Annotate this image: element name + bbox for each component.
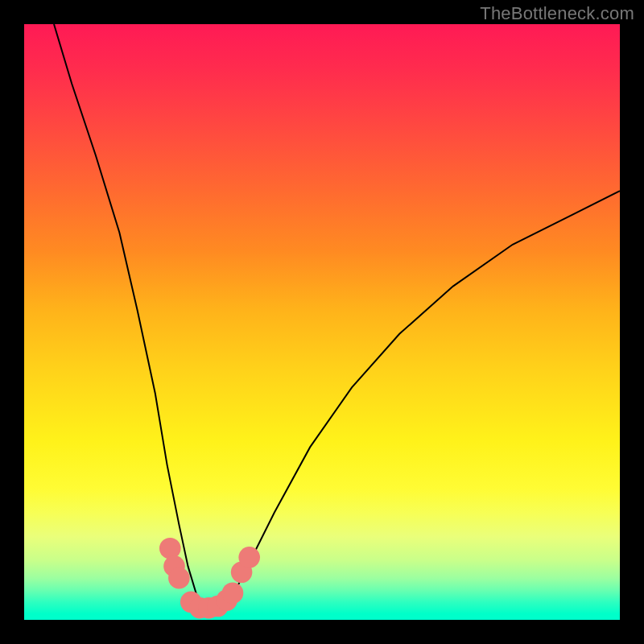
right-upper-dot	[238, 547, 260, 568]
left-lower-dot	[168, 568, 190, 589]
valley-dot-6	[222, 582, 244, 604]
chart-frame: TheBottleneck.com	[0, 0, 644, 644]
watermark-text: TheBottleneck.com	[480, 3, 634, 24]
marker-layer	[24, 24, 620, 620]
plot-area	[24, 24, 620, 620]
left-upper-dot	[159, 538, 181, 559]
